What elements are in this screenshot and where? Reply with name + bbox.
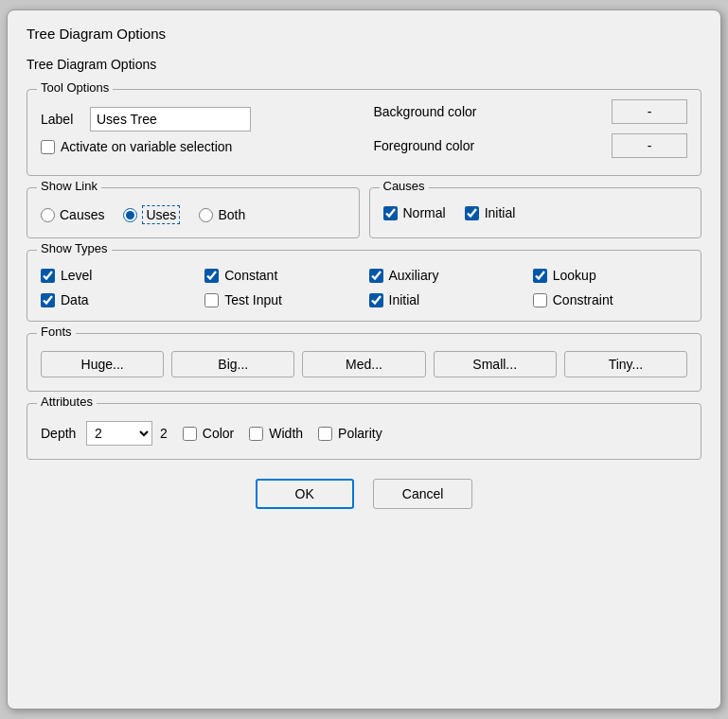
font-tiny-button[interactable]: Tiny... [564, 351, 687, 377]
type-level-text: Level [61, 268, 92, 283]
font-small-button[interactable]: Small... [434, 351, 557, 377]
depth-value: 2 [160, 426, 168, 441]
font-huge-button[interactable]: Huge... [41, 351, 164, 377]
depth-select[interactable]: 2 3 4 5 [86, 421, 152, 446]
type-initial[interactable]: Initial [369, 292, 524, 307]
causes-normal-checkbox[interactable] [383, 206, 398, 220]
causes-normal-text: Normal [403, 205, 446, 220]
attr-color-checkbox[interactable] [183, 427, 197, 441]
show-types-group: Show Types Level Constant Auxiliary Look… [27, 250, 701, 322]
attributes-label: Attributes [37, 395, 97, 409]
fonts-group: Fonts Huge... Big... Med... Small... Tin… [27, 333, 701, 392]
attr-polarity-checkbox[interactable] [318, 427, 332, 441]
label-text: Label [41, 112, 79, 127]
show-link-causes-text: Causes [60, 207, 104, 222]
attributes-group: Attributes Depth 2 3 4 5 2 Color Width [27, 403, 701, 460]
foreground-color-label: Foreground color [374, 138, 475, 153]
dialog-buttons: OK Cancel [27, 479, 701, 509]
causes-initial-option[interactable]: Initial [465, 205, 516, 220]
cancel-button[interactable]: Cancel [373, 479, 473, 509]
show-link-both-text: Both [218, 207, 245, 222]
type-data-text: Data [61, 292, 89, 307]
attr-width-text: Width [269, 426, 303, 441]
show-types-label: Show Types [37, 241, 112, 255]
type-test-input-text: Test Input [224, 292, 282, 307]
type-constant-checkbox[interactable] [204, 269, 219, 283]
background-color-button[interactable]: - [612, 99, 687, 124]
type-data-checkbox[interactable] [41, 293, 55, 307]
show-link-group: Show Link Causes Uses Both [27, 187, 360, 238]
font-big-button[interactable]: Big... [171, 351, 294, 377]
foreground-color-button[interactable]: - [612, 133, 687, 158]
type-auxiliary-text: Auxiliary [389, 268, 439, 283]
type-constraint-text: Constraint [553, 292, 613, 307]
type-constraint[interactable]: Constraint [533, 292, 687, 307]
causes-initial-text: Initial [485, 205, 516, 220]
causes-group: Causes Normal Initial [369, 187, 702, 238]
type-test-input-checkbox[interactable] [204, 293, 219, 307]
type-initial-checkbox[interactable] [369, 293, 383, 307]
type-constant[interactable]: Constant [204, 268, 359, 283]
background-color-label: Background color [374, 104, 477, 119]
dialog-title: Tree Diagram Options [27, 26, 701, 42]
causes-normal-option[interactable]: Normal [383, 205, 446, 220]
ok-button[interactable]: OK [256, 479, 354, 509]
attr-color-text: Color [203, 426, 234, 441]
attr-color[interactable]: Color [183, 426, 234, 441]
activate-label: Activate on variable selection [61, 139, 232, 154]
type-lookup[interactable]: Lookup [533, 268, 687, 283]
show-link-causes-option[interactable]: Causes [41, 207, 104, 222]
type-data[interactable]: Data [41, 292, 195, 307]
label-input[interactable] [90, 107, 251, 132]
type-lookup-text: Lookup [553, 268, 596, 283]
type-constant-text: Constant [224, 268, 277, 283]
show-link-uses-option[interactable]: Uses [123, 205, 180, 224]
show-link-uses-text: Uses [142, 205, 180, 224]
type-initial-text: Initial [389, 292, 420, 307]
show-link-causes-container: Show Link Causes Uses Both Causes [27, 187, 701, 238]
section-title: Tree Diagram Options [27, 57, 701, 72]
depth-label: Depth [41, 426, 79, 441]
show-link-causes-radio[interactable] [41, 208, 55, 222]
attr-polarity-text: Polarity [338, 426, 382, 441]
activate-checkbox[interactable] [41, 140, 55, 154]
type-level-checkbox[interactable] [41, 269, 55, 283]
show-link-both-radio[interactable] [199, 208, 213, 222]
causes-label: Causes [380, 179, 429, 193]
causes-initial-checkbox[interactable] [465, 206, 479, 220]
show-link-both-option[interactable]: Both [199, 207, 245, 222]
type-test-input[interactable]: Test Input [204, 292, 359, 307]
type-auxiliary[interactable]: Auxiliary [369, 268, 524, 283]
font-med-button[interactable]: Med... [302, 351, 425, 377]
fonts-label: Fonts [37, 324, 76, 339]
attr-width[interactable]: Width [249, 426, 303, 441]
show-link-uses-radio[interactable] [123, 208, 137, 222]
type-auxiliary-checkbox[interactable] [369, 269, 383, 283]
tool-options-group: Tool Options Label Activate on variable … [27, 89, 701, 176]
tool-options-label: Tool Options [37, 80, 113, 95]
type-level[interactable]: Level [41, 268, 195, 283]
dialog: Tree Diagram Options Tree Diagram Option… [7, 9, 721, 710]
attr-width-checkbox[interactable] [249, 427, 263, 441]
attr-polarity[interactable]: Polarity [318, 426, 382, 441]
type-lookup-checkbox[interactable] [533, 269, 547, 283]
show-link-label: Show Link [37, 179, 101, 193]
type-constraint-checkbox[interactable] [533, 293, 547, 307]
